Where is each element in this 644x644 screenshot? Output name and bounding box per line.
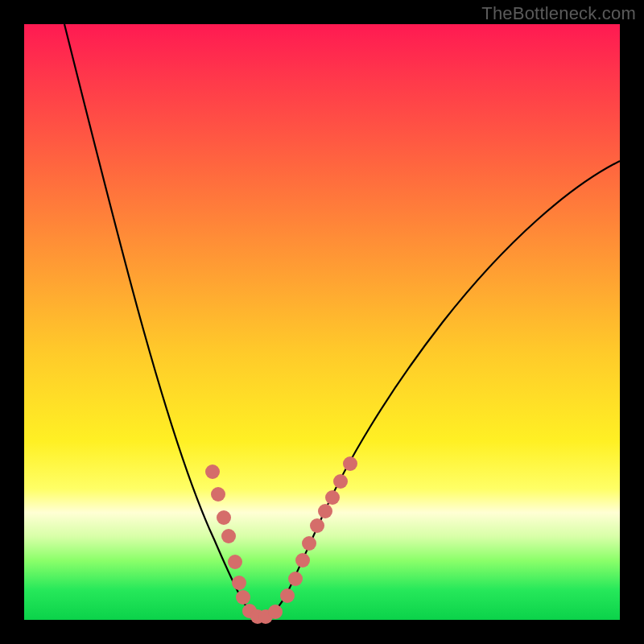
marker-group — [205, 456, 357, 624]
data-marker — [232, 576, 246, 590]
outer-frame: TheBottleneck.com — [0, 0, 644, 644]
data-marker — [325, 490, 340, 505]
data-marker — [221, 529, 236, 543]
data-marker — [236, 590, 250, 605]
data-marker — [228, 555, 242, 569]
data-marker — [217, 510, 231, 525]
data-marker — [295, 553, 310, 568]
data-marker — [318, 504, 332, 518]
data-marker — [310, 518, 324, 533]
data-marker — [288, 572, 303, 586]
data-marker — [302, 536, 316, 551]
data-marker — [205, 464, 220, 479]
data-marker — [343, 456, 357, 471]
data-marker — [280, 588, 295, 603]
chart-svg — [24, 24, 620, 620]
data-marker — [211, 487, 225, 502]
plot-area — [24, 24, 620, 620]
watermark-text: TheBottleneck.com — [481, 3, 636, 24]
data-marker — [333, 474, 348, 489]
data-marker — [268, 605, 283, 619]
bottleneck-curve — [64, 24, 620, 617]
